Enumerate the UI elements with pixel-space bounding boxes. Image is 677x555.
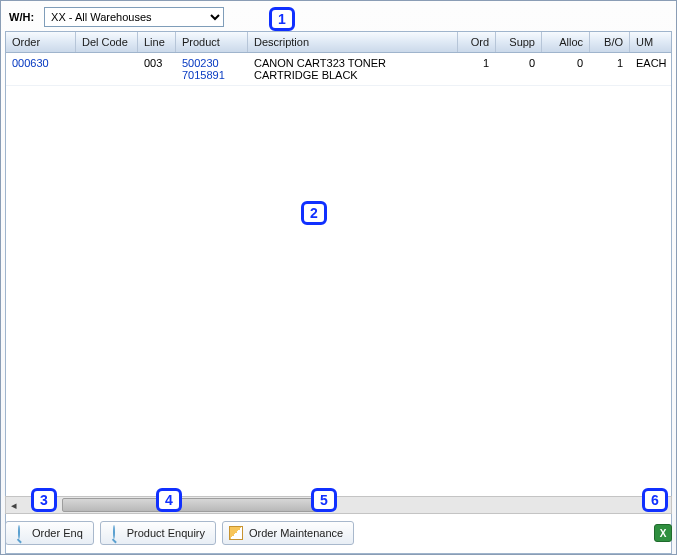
grid-header-row: Order Del Code Line Product Description … <box>6 32 671 53</box>
scroll-left-arrow-icon[interactable]: ◂ <box>6 497 22 513</box>
cell-um: EACH <box>630 55 670 83</box>
magnifier-icon <box>107 526 121 540</box>
magnifier-icon <box>12 526 26 540</box>
cell-supp: 0 <box>496 55 542 83</box>
cell-del-code <box>76 55 138 83</box>
cell-ord: 1 <box>458 55 496 83</box>
table-row[interactable]: 000630 003 500230 7015891 CANON CART323 … <box>6 53 671 86</box>
warehouse-label: W/H: <box>9 11 34 23</box>
col-header-line[interactable]: Line <box>138 32 176 52</box>
order-maintenance-button[interactable]: Order Maintenance <box>222 521 354 545</box>
orders-grid: Order Del Code Line Product Description … <box>5 31 672 554</box>
col-header-product[interactable]: Product <box>176 32 248 52</box>
cell-product-secondary[interactable]: 7015891 <box>182 69 241 81</box>
col-header-bo[interactable]: B/O <box>590 32 630 52</box>
col-header-um[interactable]: UM <box>630 32 670 52</box>
product-enquiry-button[interactable]: Product Enquiry <box>100 521 216 545</box>
col-header-alloc[interactable]: Alloc <box>542 32 590 52</box>
horizontal-scrollbar[interactable]: ◂ ▸ <box>5 496 672 514</box>
warehouse-orders-panel: W/H: XX - All Warehouses 1 Order Del Cod… <box>0 0 677 555</box>
bottom-toolbar: Order Enq Product Enquiry Order Maintena… <box>5 518 672 548</box>
col-header-supp[interactable]: Supp <box>496 32 542 52</box>
export-excel-button[interactable]: X <box>654 524 672 542</box>
order-enquiry-button[interactable]: Order Enq <box>5 521 94 545</box>
cell-description-line2: CARTRIDGE BLACK <box>254 69 451 81</box>
cell-alloc: 0 <box>542 55 590 83</box>
cell-bo: 1 <box>590 55 630 83</box>
col-header-order[interactable]: Order <box>6 32 76 52</box>
col-header-del-code[interactable]: Del Code <box>76 32 138 52</box>
annotation-5: 5 <box>311 488 337 512</box>
cell-product-primary[interactable]: 500230 <box>182 57 241 69</box>
annotation-3: 3 <box>31 488 57 512</box>
annotation-2: 2 <box>301 201 327 225</box>
order-enquiry-label: Order Enq <box>32 527 83 539</box>
grid-body: 000630 003 500230 7015891 CANON CART323 … <box>6 53 671 86</box>
filter-bar: W/H: XX - All Warehouses <box>1 1 676 31</box>
edit-icon <box>229 526 243 540</box>
cell-description-line1: CANON CART323 TONER <box>254 57 451 69</box>
cell-product: 500230 7015891 <box>176 55 248 83</box>
col-header-description[interactable]: Description <box>248 32 458 52</box>
cell-description: CANON CART323 TONER CARTRIDGE BLACK <box>248 55 458 83</box>
warehouse-select[interactable]: XX - All Warehouses <box>44 7 224 27</box>
order-maintenance-label: Order Maintenance <box>249 527 343 539</box>
cell-order[interactable]: 000630 <box>6 55 76 83</box>
annotation-1: 1 <box>269 7 295 31</box>
annotation-6: 6 <box>642 488 668 512</box>
annotation-4: 4 <box>156 488 182 512</box>
scroll-track[interactable] <box>22 497 655 513</box>
cell-line: 003 <box>138 55 176 83</box>
product-enquiry-label: Product Enquiry <box>127 527 205 539</box>
scroll-thumb[interactable] <box>62 498 322 512</box>
col-header-ord[interactable]: Ord <box>458 32 496 52</box>
